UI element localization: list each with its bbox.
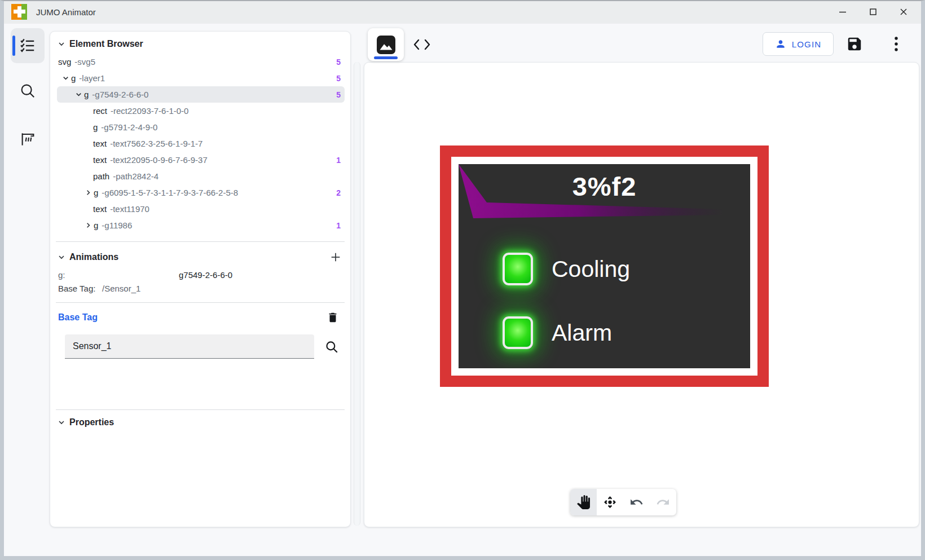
tree-row-text11970[interactable]: text -text11970 bbox=[57, 201, 345, 217]
window-controls bbox=[834, 3, 925, 20]
animations-header[interactable]: Animations bbox=[50, 242, 350, 267]
node-id: -path2842-4 bbox=[113, 171, 158, 181]
tree-row-rect22093[interactable]: rect -rect22093-7-6-1-0-0 bbox=[57, 103, 345, 119]
close-button[interactable] bbox=[895, 3, 913, 20]
save-button[interactable] bbox=[845, 35, 864, 53]
login-button[interactable]: LOGIN bbox=[763, 32, 834, 56]
tree-row-g11986[interactable]: g -g11986 1 bbox=[57, 217, 345, 233]
code-icon bbox=[412, 37, 431, 52]
animation-count-badge: 1 bbox=[336, 156, 342, 165]
animation-count-badge: 5 bbox=[336, 58, 342, 67]
cooling-led-indicator[interactable] bbox=[503, 253, 533, 285]
gantt-chart-icon bbox=[19, 131, 36, 148]
delete-animation-button[interactable] bbox=[327, 311, 339, 324]
tree-row-g6095[interactable]: g -g6095-1-5-7-3-1-1-7-9-3-7-66-2-5-8 2 bbox=[57, 184, 345, 201]
more-menu-button[interactable] bbox=[888, 35, 905, 53]
animation-count-badge: 2 bbox=[336, 188, 342, 197]
node-id: -g5791-2-4-9-0 bbox=[101, 122, 157, 132]
node-tag: text bbox=[93, 139, 107, 148]
animation-entry-g[interactable]: g: g7549-2-6-6-0 bbox=[58, 268, 343, 282]
maximize-icon bbox=[869, 7, 878, 16]
redo-button[interactable] bbox=[650, 489, 676, 515]
tag-search-button[interactable] bbox=[324, 339, 339, 354]
node-id: -g6095-1-5-7-3-1-1-7-9-3-7-66-2-5-8 bbox=[102, 188, 238, 197]
node-id: -g7549-2-6-6-0 bbox=[92, 90, 148, 99]
expander-chevron-right-icon[interactable] bbox=[83, 221, 93, 230]
node-tag: g bbox=[94, 221, 98, 230]
move-tool-button[interactable] bbox=[597, 489, 623, 515]
left-rail bbox=[6, 28, 50, 166]
animation-target-label: g: bbox=[58, 268, 102, 282]
window-title: JUMO Animator bbox=[36, 7, 96, 17]
animation-count-badge: 1 bbox=[336, 221, 342, 230]
node-id: -rect22093-7-6-1-0-0 bbox=[111, 106, 188, 116]
chevron-down-icon bbox=[57, 418, 66, 427]
rail-item-element-browser[interactable] bbox=[11, 28, 45, 63]
canvas-viewport[interactable]: 3%f2 Cooling Alarm bbox=[364, 62, 919, 527]
minimize-button[interactable] bbox=[834, 3, 852, 20]
checklist-icon bbox=[19, 37, 36, 54]
tree-row-layer1[interactable]: g -layer1 5 bbox=[57, 70, 345, 86]
add-animation-button[interactable] bbox=[328, 249, 343, 265]
animation-target-value: g7549-2-6-6-0 bbox=[179, 268, 232, 282]
left-panel: Element Browser svg -svg5 5 g -layer1 5 … bbox=[50, 31, 351, 527]
cooling-label[interactable]: Cooling bbox=[552, 256, 630, 283]
pan-tool-button[interactable] bbox=[570, 489, 597, 515]
tree-row-svg5[interactable]: svg -svg5 5 bbox=[57, 54, 345, 70]
animation-count-badge: 5 bbox=[336, 74, 342, 83]
node-tag: path bbox=[93, 171, 109, 181]
animations-title: Animations bbox=[69, 252, 118, 262]
animation-count-badge: 5 bbox=[336, 90, 342, 99]
expander-chevron-right-icon[interactable] bbox=[83, 188, 93, 197]
tag-input-row bbox=[50, 327, 350, 359]
canvas-toolbar bbox=[570, 489, 676, 515]
close-icon bbox=[899, 7, 908, 16]
svg-panel-element[interactable]: 3%f2 Cooling Alarm bbox=[440, 145, 769, 387]
plus-icon bbox=[329, 251, 342, 263]
undo-button[interactable] bbox=[623, 489, 650, 515]
node-tag: g bbox=[84, 90, 89, 99]
alarm-led-indicator[interactable] bbox=[503, 316, 533, 349]
base-tag-label: Base Tag: bbox=[58, 282, 102, 296]
active-tab-indicator bbox=[374, 56, 398, 59]
rail-item-search[interactable] bbox=[11, 73, 45, 108]
properties-title: Properties bbox=[69, 417, 114, 427]
panel-scrollbar[interactable] bbox=[354, 62, 360, 526]
search-icon bbox=[19, 82, 36, 99]
search-icon bbox=[324, 339, 339, 354]
base-tag-editor-row: Base Tag bbox=[50, 303, 350, 327]
node-tag: rect bbox=[93, 106, 107, 116]
node-id: -text11970 bbox=[110, 204, 149, 214]
node-tag: g bbox=[71, 73, 76, 83]
tab-code-view[interactable] bbox=[411, 34, 433, 55]
tag-search-input[interactable] bbox=[65, 334, 314, 359]
alarm-label[interactable]: Alarm bbox=[552, 320, 612, 346]
tree-row-text7562[interactable]: text -text7562-3-25-6-1-9-1-7 bbox=[57, 135, 345, 152]
node-id: -g11986 bbox=[102, 221, 132, 230]
tree-row-path2842[interactable]: path -path2842-4 bbox=[57, 168, 345, 184]
node-tag: text bbox=[93, 155, 107, 165]
panel-title-text[interactable]: 3%f2 bbox=[459, 171, 750, 202]
node-tag: svg bbox=[58, 57, 71, 67]
expander-chevron-down-icon[interactable] bbox=[61, 73, 71, 83]
chevron-down-icon bbox=[57, 253, 66, 262]
tree-row-g5791[interactable]: g -g5791-2-4-9-0 bbox=[57, 119, 345, 135]
base-tag-value: /Sensor_1 bbox=[102, 282, 140, 296]
maximize-button[interactable] bbox=[864, 3, 882, 20]
element-browser-header[interactable]: Element Browser bbox=[50, 32, 350, 52]
base-tag-link[interactable]: Base Tag bbox=[58, 312, 98, 323]
jumo-logo-icon bbox=[11, 4, 27, 20]
tab-design-view[interactable] bbox=[368, 28, 404, 61]
tree-row-text22095[interactable]: text -text22095-0-9-6-7-6-9-37 1 bbox=[57, 152, 345, 168]
panel-background[interactable]: 3%f2 Cooling Alarm bbox=[459, 164, 750, 368]
rail-item-reports[interactable] bbox=[11, 122, 45, 157]
expander-chevron-down-icon[interactable] bbox=[74, 90, 83, 99]
save-icon bbox=[846, 36, 863, 52]
tree-row-g7549-selected[interactable]: g -g7549-2-6-6-0 5 bbox=[57, 86, 345, 103]
person-icon bbox=[775, 38, 786, 50]
node-tag: text bbox=[93, 204, 107, 214]
kebab-icon bbox=[894, 36, 898, 52]
animation-entry-basetag[interactable]: Base Tag: /Sensor_1 bbox=[58, 282, 343, 296]
properties-header[interactable]: Properties bbox=[50, 410, 350, 431]
element-browser-title: Element Browser bbox=[69, 39, 143, 49]
